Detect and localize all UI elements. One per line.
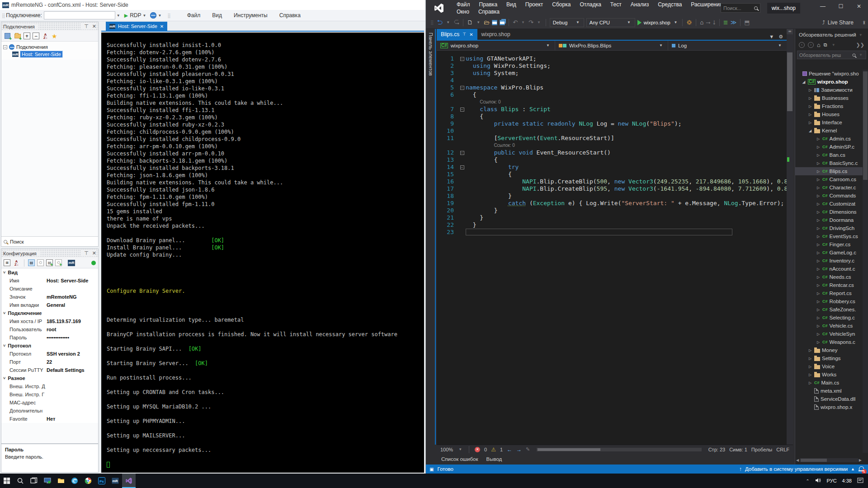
collapsed-arrow-icon[interactable]: ▷ bbox=[816, 153, 821, 157]
editor-horizontal-scrollbar[interactable] bbox=[537, 448, 701, 451]
volume-icon[interactable] bbox=[815, 478, 821, 484]
collapsed-arrow-icon[interactable]: ▷ bbox=[808, 381, 812, 385]
close-icon[interactable]: ✕ bbox=[160, 24, 164, 29]
property-row[interactable]: Внеш. Инстр. Д bbox=[1, 382, 98, 390]
collapsed-arrow-icon[interactable]: ▷ bbox=[808, 373, 812, 377]
chevron-down-icon[interactable]: ▼ bbox=[143, 14, 146, 18]
inheritance-view-icon[interactable]: ⌬ bbox=[37, 259, 44, 266]
menu-item[interactable]: Сборка bbox=[547, 1, 575, 8]
menu-item[interactable]: Справка bbox=[279, 12, 301, 19]
codelens-references[interactable]: Ссылок: 0 bbox=[437, 99, 787, 106]
collapsed-arrow-icon[interactable]: ▷ bbox=[808, 113, 812, 117]
solution-tree-item[interactable]: ▷Works bbox=[795, 371, 863, 379]
close-icon[interactable]: ✕ bbox=[469, 32, 473, 37]
collapsed-arrow-icon[interactable]: ▷ bbox=[816, 259, 821, 263]
start-taskbar-icon[interactable] bbox=[0, 474, 14, 488]
project-dropdown[interactable]: C# wixpro.shop ▼ bbox=[437, 41, 555, 50]
collapsed-arrow-icon[interactable]: ▷ bbox=[816, 145, 821, 149]
property-row[interactable]: ЗначокmRemoteNG bbox=[1, 293, 98, 301]
mremoteng-taskbar-icon[interactable]: mR bbox=[108, 474, 122, 488]
property-row[interactable]: ИмяHost: Server-Side bbox=[1, 277, 98, 285]
collapse-icon[interactable]: − bbox=[33, 33, 39, 39]
fold-collapse-icon[interactable]: − bbox=[460, 86, 464, 90]
scrollbar-thumb[interactable] bbox=[801, 459, 827, 462]
start-debugging-button[interactable]: wixpro.shop ▼ bbox=[637, 20, 679, 25]
chevron-down-icon[interactable]: ▼ bbox=[458, 447, 462, 451]
solution-tree-item[interactable]: ▷C#Robbery.cs bbox=[795, 297, 863, 305]
solution-tree-item[interactable]: ▷C#Needs.cs bbox=[795, 273, 863, 281]
solution-tree-item[interactable]: ▷C#Finger.cs bbox=[795, 240, 863, 249]
type-dropdown[interactable]: WixPro.Blips.Blips ▼ bbox=[555, 41, 668, 50]
next-issue-icon[interactable]: → bbox=[516, 446, 522, 453]
collapse-expander-icon[interactable]: − bbox=[3, 45, 7, 49]
new-connection-icon[interactable] bbox=[4, 32, 11, 40]
connections-search[interactable]: Поиск bbox=[1, 236, 98, 246]
expanded-arrow-icon[interactable]: ◢ bbox=[802, 80, 806, 84]
collapsed-arrow-icon[interactable]: ▷ bbox=[816, 210, 821, 214]
solution-tree-item[interactable]: ▷C#Weapons.c bbox=[795, 338, 863, 346]
more-options-icon[interactable]: ❯❯ bbox=[856, 42, 864, 48]
chevron-down-icon[interactable]: ▼ bbox=[158, 14, 161, 18]
property-row[interactable]: МАС-адрес bbox=[1, 399, 98, 407]
solution-tree-item[interactable]: ▷C#Selecting.c bbox=[795, 314, 863, 322]
menu-item[interactable]: Анализ bbox=[626, 1, 654, 8]
undo-icon[interactable]: ↶ bbox=[513, 19, 518, 26]
menu-item[interactable]: Средства bbox=[653, 1, 686, 8]
scrollbar-thumb[interactable] bbox=[863, 71, 868, 180]
collapsed-arrow-icon[interactable]: ▷ bbox=[808, 121, 812, 125]
prev-issue-icon[interactable]: ← bbox=[507, 446, 512, 453]
solution-tree-item[interactable]: ▷C#Character.c bbox=[795, 183, 863, 192]
collapsed-arrow-icon[interactable]: ▷ bbox=[816, 291, 821, 296]
property-category-row[interactable]: ˅Вид bbox=[1, 268, 98, 277]
property-row[interactable]: Описание bbox=[1, 285, 98, 293]
tree-node-host[interactable]: mR Host: Server-Side bbox=[2, 51, 97, 58]
comment-lines-icon[interactable]: ≣ bbox=[723, 19, 728, 26]
solution-tree-item[interactable]: ▷C#BasicSync.c bbox=[795, 159, 863, 167]
collapsed-arrow-icon[interactable]: ▷ bbox=[816, 137, 821, 141]
collapsed-arrow-icon[interactable]: ▷ bbox=[816, 169, 821, 174]
line-endings[interactable]: CRLF bbox=[776, 447, 789, 452]
toolbox-strip[interactable]: Панель элементов bbox=[427, 29, 436, 445]
scrollbar-thumb[interactable] bbox=[787, 52, 793, 111]
scrollbar-thumb[interactable] bbox=[538, 448, 600, 451]
solution-tree-item[interactable]: ▷C#Vehicle.cs bbox=[795, 322, 863, 330]
property-row[interactable]: Имя хоста / IP185.119.57.169 bbox=[1, 317, 98, 325]
fold-collapse-icon[interactable]: − bbox=[460, 57, 464, 61]
protocol-selector[interactable]: RDP bbox=[130, 12, 141, 19]
editor-vertical-scrollbar[interactable]: ═ bbox=[787, 29, 793, 445]
solution-tree-item[interactable]: ▷C#Dimensions bbox=[795, 208, 863, 216]
solution-tree-item[interactable]: ▷C#Admin.cs bbox=[795, 135, 863, 143]
close-icon[interactable]: ✕ bbox=[92, 250, 96, 256]
solution-tree-item[interactable]: ▷Voice bbox=[795, 362, 863, 371]
chevron-down-icon[interactable]: ▼ bbox=[859, 53, 863, 57]
property-category-row[interactable]: ˅Протокол bbox=[1, 342, 98, 350]
property-row[interactable]: Пароль••••••••••••• bbox=[1, 333, 98, 342]
scroll-left-icon[interactable]: ◀ bbox=[796, 458, 799, 462]
collapsed-arrow-icon[interactable]: ▷ bbox=[816, 300, 821, 304]
collapsed-arrow-icon[interactable]: ▷ bbox=[816, 202, 821, 206]
open-file-icon[interactable]: 🗁 bbox=[484, 19, 490, 26]
property-row[interactable]: FavoriteНет bbox=[1, 415, 98, 423]
errors-icon[interactable]: ✕ bbox=[475, 447, 480, 452]
property-category-row[interactable]: ˅Подключение bbox=[1, 309, 98, 317]
solution-tree-item[interactable]: ▷Houses bbox=[795, 110, 863, 118]
property-category-row[interactable]: ˅Разное bbox=[1, 374, 98, 382]
expanded-arrow-icon[interactable]: ◢ bbox=[808, 129, 812, 133]
pin-icon[interactable]: ⊤ bbox=[462, 32, 466, 37]
solution-tree-item[interactable]: ▷C#SafeZones. bbox=[795, 305, 863, 314]
tree-node-root[interactable]: − Подключения bbox=[2, 43, 97, 51]
terminal-tab[interactable]: mR Host: Server-Side ✕ bbox=[106, 22, 167, 31]
new-file-icon[interactable]: 🗋 bbox=[467, 19, 473, 26]
menu-item[interactable]: Файл bbox=[452, 1, 475, 8]
indent-lines-icon[interactable]: ≫ bbox=[731, 19, 737, 26]
property-row[interactable]: Дополнительн bbox=[1, 407, 98, 415]
collapsed-arrow-icon[interactable]: ▷ bbox=[816, 194, 821, 198]
action-center-icon[interactable] bbox=[857, 478, 863, 484]
menu-item[interactable]: Проект bbox=[521, 1, 548, 8]
vs-search-box[interactable]: Поиск... bbox=[721, 3, 760, 13]
tab-list-chevron-icon[interactable]: ▼ bbox=[769, 34, 774, 40]
solution-tree-item[interactable]: wixpro.shop.x bbox=[795, 403, 863, 411]
add-property-icon[interactable]: ▤ bbox=[46, 259, 53, 266]
ssh-terminal-output[interactable]: Successfully installed insist-1.0.0Fetch… bbox=[101, 33, 424, 473]
pin-icon[interactable]: ⊤ bbox=[84, 250, 89, 256]
